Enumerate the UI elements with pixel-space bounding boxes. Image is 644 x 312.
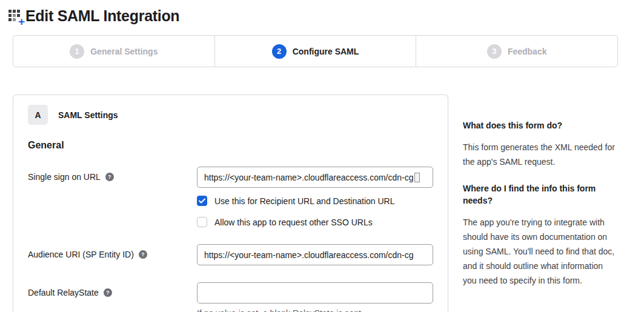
audience-uri-input[interactable] (197, 244, 433, 265)
other-sso-urls-checkbox[interactable] (197, 217, 207, 227)
step-label: Configure SAML (293, 47, 359, 56)
default-relaystate-input[interactable] (197, 282, 433, 304)
single-sign-on-url-value: https://<your-team-name>.cloudflareacces… (204, 173, 414, 182)
wizard-step-configure-saml[interactable]: 2 Configure SAML (214, 36, 416, 67)
section-title: SAML Settings (58, 110, 118, 120)
form-row-default-relaystate: Default RelayState ? If no value is set,… (28, 282, 433, 312)
help-icon[interactable]: ? (104, 288, 112, 297)
text-cursor (414, 173, 420, 182)
page-title: Edit SAML Integration (25, 7, 179, 25)
sidebar-body-what: This form generates the XML needed for t… (463, 140, 616, 169)
step-number-badge: 2 (272, 44, 287, 59)
edit-saml-integration-page: + Edit SAML Integration 1 General Settin… (0, 0, 644, 312)
panel-header: A SAML Settings (28, 105, 433, 125)
page-header: + Edit SAML Integration (0, 0, 644, 27)
step-number-badge: 1 (70, 44, 84, 59)
form-row-single-sign-on-url: Single sign on URL ? https://<your-team-… (28, 167, 433, 227)
app-grid-add-icon: + (8, 8, 24, 24)
section-letter-badge: A (28, 105, 48, 125)
single-sign-on-url-input[interactable]: https://<your-team-name>.cloudflareacces… (197, 167, 433, 188)
form-row-audience-uri: Audience URI (SP Entity ID) ? (28, 244, 433, 265)
sidebar-heading-what: What does this form do? (463, 119, 616, 131)
other-sso-urls-checkbox-label: Allow this app to request other SSO URLs (214, 217, 373, 227)
help-icon[interactable]: ? (139, 250, 147, 259)
sidebar-heading-where: Where do I find the info this form needs… (463, 182, 616, 207)
saml-settings-panel: A SAML Settings General Single sign on U… (13, 95, 448, 312)
step-label: General Settings (90, 47, 158, 56)
sidebar-body-where: The app you're trying to integrate with … (463, 215, 616, 288)
wizard-steps: 1 General Settings 2 Configure SAML 3 Fe… (13, 35, 618, 67)
single-sign-on-url-label: Single sign on URL (28, 172, 101, 182)
relaystate-helper-text: If no value is set, a blank RelayState i… (197, 308, 433, 312)
step-label: Feedback (508, 47, 547, 56)
help-icon[interactable]: ? (105, 173, 114, 181)
audience-uri-label: Audience URI (SP Entity ID) (28, 250, 134, 259)
step-number-badge: 3 (487, 44, 502, 59)
other-sso-urls-checkbox-row: Allow this app to request other SSO URLs (197, 217, 433, 227)
recipient-url-checkbox-row: Use this for Recipient URL and Destinati… (197, 196, 433, 206)
plus-glyph: + (18, 16, 25, 27)
group-heading-general: General (28, 140, 433, 151)
default-relaystate-label: Default RelayState (28, 288, 99, 297)
help-sidebar: What does this form do? This form genera… (463, 95, 616, 301)
recipient-url-checkbox[interactable] (197, 196, 207, 206)
wizard-step-general-settings[interactable]: 1 General Settings (13, 36, 214, 67)
wizard-step-feedback[interactable]: 3 Feedback (416, 36, 617, 67)
recipient-url-checkbox-label: Use this for Recipient URL and Destinati… (214, 196, 395, 206)
